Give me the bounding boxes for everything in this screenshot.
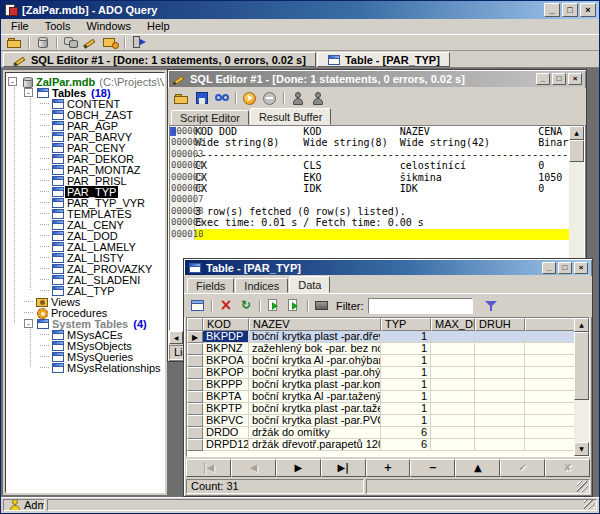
cell-druh[interactable] (475, 427, 525, 439)
table-row[interactable]: BKPOAboční krytka Al -par.ohýbaný1 (187, 355, 574, 367)
sql-save-button[interactable] (192, 90, 212, 106)
scroll-thumb[interactable] (574, 332, 589, 400)
cell-filler[interactable] (525, 343, 574, 355)
cell-typ[interactable]: 6 (381, 439, 431, 451)
menu-windows[interactable]: Windows (78, 19, 139, 34)
result-line[interactable]: 000003----------------------------------… (170, 149, 569, 160)
cell-filler[interactable] (525, 415, 574, 427)
tab-indices[interactable]: Indices (235, 278, 288, 293)
tree-item-par-barvy[interactable]: PAR_BARVY (6, 131, 164, 142)
cell-nazev[interactable]: boční krytka plast -par.PVC 10 (249, 415, 381, 427)
refresh-button[interactable] (236, 298, 256, 314)
recent-button[interactable] (101, 35, 121, 51)
tree-expander-icon[interactable]: - (24, 88, 33, 97)
tree-item-par-typ-vyr[interactable]: PAR_TYP_VYR (6, 197, 164, 208)
grid-vertical-scrollbar[interactable]: ▲ ▼ (574, 318, 589, 456)
header-druh[interactable]: DRUH (475, 318, 525, 331)
table-row[interactable]: BKPNZzažehlený bok -par. bez nosu1 (187, 343, 574, 355)
close-button[interactable]: × (580, 3, 596, 17)
sql-rollback-button[interactable] (308, 90, 328, 106)
sql-stop-button[interactable] (260, 90, 280, 106)
cell-kod[interactable]: BKPDP (203, 331, 249, 343)
cell-druh[interactable] (475, 331, 525, 343)
blob-button[interactable] (312, 298, 332, 314)
nav-last-button[interactable]: ▶| (321, 459, 366, 477)
tree-item-msysrelationships[interactable]: MSysRelationships (6, 362, 164, 373)
cell-typ[interactable]: 1 (381, 343, 431, 355)
table-row[interactable]: BKPVCboční krytka plast -par.PVC 101 (187, 415, 574, 427)
cell-nazev[interactable]: boční krytka plast -par.komůrk (249, 379, 381, 391)
table-minimize-button[interactable]: _ (542, 262, 556, 274)
scroll-up-icon[interactable]: ▲ (574, 318, 589, 332)
cell-filler[interactable] (525, 427, 574, 439)
row-indicator[interactable] (187, 427, 203, 439)
header-max-del[interactable]: MAX_DEL (431, 318, 475, 331)
nav-insert-button[interactable]: + (366, 459, 411, 477)
cell-druh[interactable] (475, 379, 525, 391)
table-row[interactable]: ▶BKPDPboční krytka plast -par.dřevot1 (187, 331, 574, 343)
tree-item-zal-ceny[interactable]: ZAL_CENY (6, 219, 164, 230)
sql-commit-button[interactable] (288, 90, 308, 106)
cell-typ[interactable]: 1 (381, 415, 431, 427)
cell-max-del[interactable] (431, 427, 475, 439)
tree-item-zal-dod[interactable]: ZAL_DOD (6, 230, 164, 241)
result-line[interactable]: 000001KOD_DOD KOD NAZEV CENA (170, 126, 569, 137)
menu-help[interactable]: Help (139, 19, 178, 34)
sql-close-button[interactable]: × (568, 73, 582, 85)
nav-next-button[interactable]: ▶ (276, 459, 321, 477)
cell-max-del[interactable] (431, 355, 475, 367)
row-indicator[interactable] (187, 403, 203, 415)
cell-druh[interactable] (475, 367, 525, 379)
row-indicator[interactable] (187, 439, 203, 451)
sql-open-button[interactable] (172, 90, 192, 106)
tab-fields[interactable]: Fields (187, 278, 234, 293)
cell-typ[interactable]: 1 (381, 391, 431, 403)
tab-data[interactable]: Data (289, 276, 330, 293)
row-indicator[interactable]: ▶ (187, 331, 203, 343)
cell-filler[interactable] (525, 379, 574, 391)
cell-max-del[interactable] (431, 391, 475, 403)
cell-kod[interactable]: BKPOP (203, 367, 249, 379)
tree-item-zal-lamely[interactable]: ZAL_LAMELY (6, 241, 164, 252)
cell-kod[interactable]: BKPPP (203, 379, 249, 391)
cell-kod[interactable]: DRPD120 (203, 439, 249, 451)
result-line[interactable]: 000002Wide string(8) Wide string(8) Wide… (170, 137, 569, 148)
table-maximize-button[interactable]: □ (558, 262, 572, 274)
tree-item-par-montaz[interactable]: PAR_MONTAZ (6, 164, 164, 175)
tree-item-par-dekor[interactable]: PAR_DEKOR (6, 153, 164, 164)
tree-expander-icon[interactable]: - (8, 77, 17, 86)
tree-item-par-typ[interactable]: PAR_TYP (6, 186, 164, 197)
cell-max-del[interactable] (431, 403, 475, 415)
menu-file[interactable]: File (3, 19, 37, 34)
row-indicator[interactable] (187, 391, 203, 403)
tab-table-par-typ[interactable]: Table - [PAR_TYP] (317, 52, 450, 67)
table-row[interactable]: BKPTPboční krytka plast -par.tažený1 (187, 403, 574, 415)
import-button[interactable] (284, 298, 304, 314)
resize-grip[interactable] (584, 499, 595, 509)
table-row[interactable]: BKPTAboční krytka Al -par.tažený1 (187, 391, 574, 403)
export-button[interactable] (264, 298, 284, 314)
result-line[interactable]: 000010 (170, 229, 569, 240)
scroll-down-icon[interactable]: ▼ (574, 442, 589, 456)
cell-filler[interactable] (525, 391, 574, 403)
row-indicator[interactable] (187, 343, 203, 355)
scroll-left-icon[interactable]: ◀ (169, 331, 183, 344)
cell-druh[interactable] (475, 343, 525, 355)
tree-item-system-tables[interactable]: -System Tables(4) (6, 318, 164, 329)
delete-record-button[interactable] (216, 298, 236, 314)
tree-item-content[interactable]: CONTENT (6, 98, 164, 109)
table-row[interactable]: DRDOdržák do omítky6 (187, 427, 574, 439)
cell-max-del[interactable] (431, 415, 475, 427)
exit-button[interactable] (129, 35, 149, 51)
row-indicator[interactable] (187, 355, 203, 367)
cell-max-del[interactable] (431, 367, 475, 379)
tree-item-msysobjects[interactable]: MSysObjects (6, 340, 164, 351)
table-row[interactable]: BKPPPboční krytka plast -par.komůrk1 (187, 379, 574, 391)
cell-filler[interactable] (525, 355, 574, 367)
tree-expander-icon[interactable]: - (24, 319, 33, 328)
cell-kod[interactable]: BKPNZ (203, 343, 249, 355)
tree-item-tables[interactable]: -Tables(18) (6, 87, 164, 98)
tree-item-zal-typ[interactable]: ZAL_TYP (6, 285, 164, 296)
tree-item-msysaces[interactable]: MSysACEs (6, 329, 164, 340)
row-indicator[interactable] (187, 415, 203, 427)
